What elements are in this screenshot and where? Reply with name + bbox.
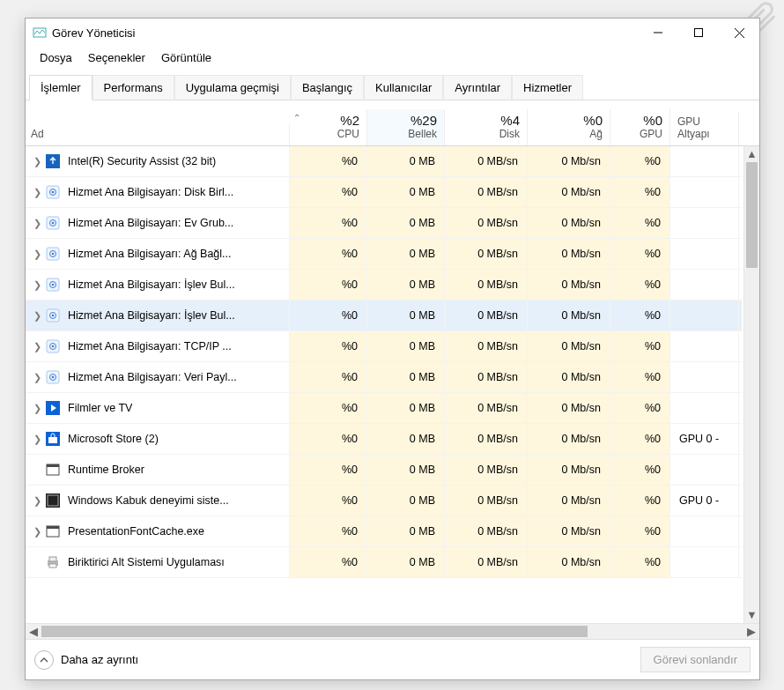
expand-chevron-icon[interactable]: ❯ <box>29 526 45 538</box>
menu-dosya[interactable]: Dosya <box>34 49 78 66</box>
expand-chevron-icon[interactable]: ❯ <box>29 218 45 229</box>
process-row[interactable]: ❯Hizmet Ana Bilgisayarı: Disk Birl...%00… <box>26 177 742 208</box>
network-cell: 0 Mb/sn <box>528 393 610 423</box>
svg-rect-30 <box>48 437 57 443</box>
scroll-down-icon[interactable]: ▼ <box>744 607 759 623</box>
memory-cell: 0 MB <box>367 516 445 546</box>
expand-chevron-icon[interactable]: ❯ <box>29 434 45 445</box>
process-row[interactable]: ❯Hizmet Ana Bilgisayarı: Ağ Bağl...%00 M… <box>26 239 742 270</box>
menu-görüntüle[interactable]: Görüntüle <box>156 49 217 66</box>
process-name-cell: ❯Hizmet Ana Bilgisayarı: Ağ Bağl... <box>26 239 290 269</box>
expand-chevron-icon[interactable]: ❯ <box>29 279 45 291</box>
minimize-button[interactable] <box>638 19 678 47</box>
scroll-thumb[interactable] <box>746 162 758 268</box>
process-icon <box>45 554 61 570</box>
tab-4[interactable]: Kullanıcılar <box>364 75 443 100</box>
gpu-engine-cell <box>670 393 739 423</box>
expand-chevron-icon[interactable]: ❯ <box>29 372 45 383</box>
tab-3[interactable]: Başlangıç <box>291 75 364 100</box>
col-gpu-engine[interactable]: GPU Altyapı <box>670 112 739 145</box>
gpu-cell: %0 <box>610 547 670 577</box>
expand-chevron-icon[interactable]: ❯ <box>29 310 45 322</box>
network-cell: 0 Mb/sn <box>528 300 610 330</box>
process-rows: ❯Intel(R) Security Assist (32 bit)%00 MB… <box>26 146 742 623</box>
expand-chevron-icon[interactable]: ❯ <box>29 495 45 507</box>
tab-6[interactable]: Hizmetler <box>512 75 583 100</box>
network-cell: 0 Mb/sn <box>528 331 610 361</box>
tab-1[interactable]: Performans <box>92 75 174 100</box>
expand-chevron-icon[interactable]: ❯ <box>29 341 45 352</box>
process-name: Hizmet Ana Bilgisayarı: TCP/IP ... <box>68 340 232 352</box>
close-button[interactable] <box>719 19 759 47</box>
svg-point-17 <box>52 284 55 286</box>
task-manager-window: Görev Yöneticisi DosyaSeçeneklerGörüntül… <box>25 18 760 680</box>
col-name[interactable]: Ad <box>26 124 290 145</box>
gpu-cell: %0 <box>610 455 670 485</box>
process-row[interactable]: ❯Hizmet Ana Bilgisayarı: Veri Payl...%00… <box>26 362 742 393</box>
process-name: Hizmet Ana Bilgisayarı: Ağ Bağl... <box>68 248 232 260</box>
process-row[interactable]: Biriktirici Alt Sistemi Uygulaması%00 MB… <box>26 547 742 578</box>
scroll-up-icon[interactable]: ▲ <box>744 146 759 162</box>
vertical-scrollbar[interactable]: ▲ ▼ <box>743 146 759 623</box>
process-name-cell: ❯Hizmet Ana Bilgisayarı: İşlev Bul... <box>26 270 290 300</box>
svg-point-14 <box>52 253 55 256</box>
scroll-track[interactable] <box>744 162 759 607</box>
tab-0[interactable]: İşlemler <box>29 75 92 100</box>
process-row[interactable]: ❯Hizmet Ana Bilgisayarı: İşlev Bul...%00… <box>26 270 742 300</box>
process-row[interactable]: ❯Filmler ve TV%00 MB0 MB/sn0 Mb/sn%0 <box>26 393 742 424</box>
memory-cell: 0 MB <box>367 270 445 300</box>
gpu-cell: %0 <box>610 486 670 516</box>
scroll-left-icon[interactable]: ◀ <box>26 624 41 639</box>
process-icon <box>45 431 61 447</box>
svg-rect-32 <box>47 464 59 467</box>
cpu-cell: %0 <box>290 300 367 330</box>
process-row[interactable]: ❯PresentationFontCache.exe%00 MB0 MB/sn0… <box>26 516 742 547</box>
process-row[interactable]: Runtime Broker%00 MB0 MB/sn0 Mb/sn%0 <box>26 455 742 486</box>
svg-rect-2 <box>695 29 703 37</box>
memory-cell: 0 MB <box>367 300 445 330</box>
hscroll-track[interactable] <box>41 624 743 639</box>
cpu-cell: %0 <box>290 455 367 485</box>
fewer-details-button[interactable]: Daha az ayrıntı <box>34 650 138 670</box>
process-name-cell: ❯Hizmet Ana Bilgisayarı: İşlev Bul... <box>26 300 290 330</box>
process-row[interactable]: ❯Hizmet Ana Bilgisayarı: Ev Grub...%00 M… <box>26 208 742 239</box>
expand-chevron-icon[interactable]: ❯ <box>29 156 45 167</box>
svg-rect-36 <box>47 526 59 529</box>
expand-chevron-icon[interactable]: ❯ <box>29 249 45 260</box>
footer: Daha az ayrıntı Görevi sonlandır <box>26 639 759 679</box>
horizontal-scrollbar[interactable]: ◀ ▶ <box>26 623 759 639</box>
svg-point-11 <box>52 222 55 225</box>
fewer-details-label: Daha az ayrıntı <box>61 653 138 666</box>
process-row[interactable]: ❯Hizmet Ana Bilgisayarı: İşlev Bul...%00… <box>26 300 742 331</box>
end-task-button[interactable]: Görevi sonlandır <box>640 647 751 672</box>
col-cpu[interactable]: ⌃ %2 CPU <box>290 109 367 145</box>
col-gpu[interactable]: %0 GPU <box>610 109 670 145</box>
gpu-engine-cell <box>670 455 739 485</box>
process-icon <box>45 493 61 508</box>
gpu-engine-cell <box>670 516 739 546</box>
process-row[interactable]: ❯Hizmet Ana Bilgisayarı: TCP/IP ...%00 M… <box>26 331 742 362</box>
scroll-right-icon[interactable]: ▶ <box>743 624 759 639</box>
process-row[interactable]: ❯Microsoft Store (2)%00 MB0 MB/sn0 Mb/sn… <box>26 424 742 455</box>
maximize-button[interactable] <box>678 19 719 47</box>
menu-seçenekler[interactable]: Seçenekler <box>83 49 151 66</box>
gpu-engine-cell <box>670 146 739 176</box>
disk-cell: 0 MB/sn <box>445 516 528 546</box>
process-name-cell: ❯Intel(R) Security Assist (32 bit) <box>26 146 290 176</box>
gpu-cell: %0 <box>610 239 670 269</box>
process-name-cell: ❯Hizmet Ana Bilgisayarı: Veri Payl... <box>26 362 290 392</box>
col-disk[interactable]: %4 Disk <box>445 109 528 145</box>
col-network[interactable]: %0 Ağ <box>528 109 610 145</box>
disk-cell: 0 MB/sn <box>445 331 528 361</box>
hscroll-thumb[interactable] <box>41 626 588 637</box>
tab-2[interactable]: Uygulama geçmişi <box>174 75 291 100</box>
cpu-cell: %0 <box>290 393 367 423</box>
expand-chevron-icon[interactable]: ❯ <box>29 403 45 414</box>
process-row[interactable]: ❯Windows Kabuk deneyimi siste...%00 MB0 … <box>26 486 742 516</box>
process-icon <box>45 277 61 293</box>
tab-5[interactable]: Ayrıntılar <box>443 75 512 100</box>
expand-chevron-icon[interactable]: ❯ <box>29 187 45 198</box>
col-memory[interactable]: %29 Bellek <box>367 109 445 145</box>
process-row[interactable]: ❯Intel(R) Security Assist (32 bit)%00 MB… <box>26 146 742 177</box>
disk-cell: 0 MB/sn <box>445 270 528 300</box>
